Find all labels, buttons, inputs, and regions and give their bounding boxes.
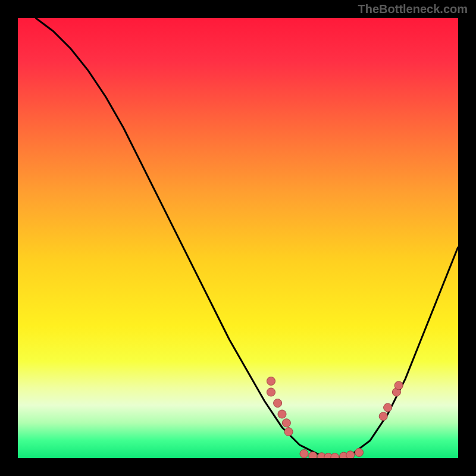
curve-marker	[394, 381, 403, 390]
curve-marker	[284, 428, 293, 436]
curve-marker	[384, 403, 392, 412]
curve-marker	[267, 388, 275, 396]
curve-marker	[274, 399, 282, 408]
curve-marker	[267, 377, 275, 386]
curve-marker	[355, 448, 364, 456]
curve-marker	[379, 412, 387, 421]
watermark-text: TheBottleneck.com	[358, 2, 468, 16]
chart-svg	[18, 18, 458, 458]
curve-markers	[267, 377, 403, 459]
curve-marker	[346, 451, 355, 458]
curve-marker	[278, 410, 286, 418]
curve-marker	[282, 419, 290, 427]
curve-marker	[331, 453, 339, 459]
curve-marker	[309, 452, 317, 458]
curve-marker	[300, 450, 308, 458]
chart-area	[18, 18, 458, 458]
